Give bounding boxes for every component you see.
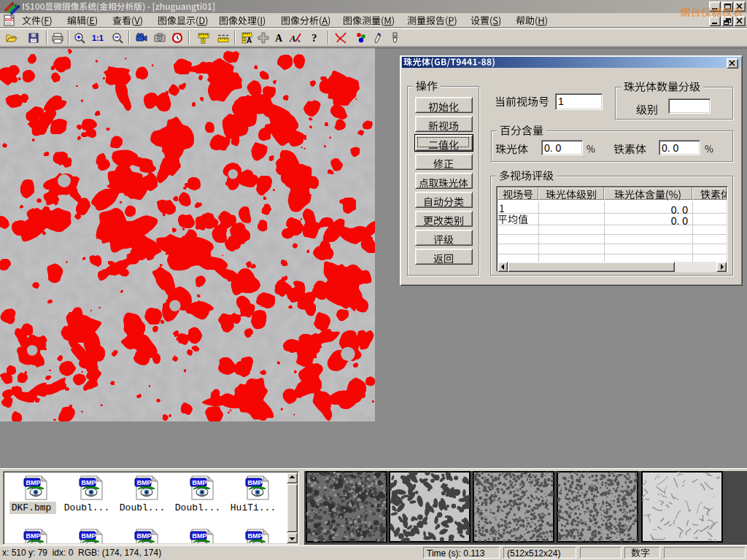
svg-text:1:1: 1:1 xyxy=(92,34,104,42)
svg-text:?: ? xyxy=(311,32,317,44)
svg-text:A: A xyxy=(247,36,252,44)
svg-text:DOC: DOC xyxy=(5,18,14,22)
svg-text:A: A xyxy=(275,33,283,44)
svg-text:A: A xyxy=(289,33,296,44)
